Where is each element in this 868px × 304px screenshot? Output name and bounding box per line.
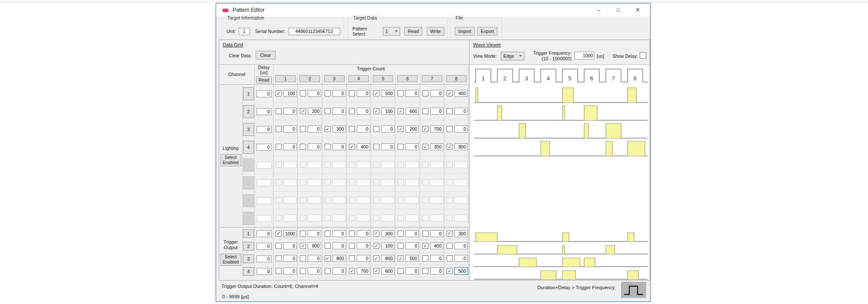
channel-button[interactable]: 2 — [243, 105, 254, 118]
trigger-value-input[interactable] — [405, 230, 419, 237]
trigger-checkbox[interactable] — [325, 268, 331, 274]
trigger-value-input[interactable] — [283, 108, 297, 115]
trigger-checkbox[interactable] — [276, 255, 282, 261]
trigger-checkbox[interactable] — [447, 255, 453, 261]
trigger-count-column-button[interactable]: 4 — [349, 75, 369, 82]
read-delay-button[interactable]: Read — [256, 76, 272, 83]
trigger-checkbox[interactable] — [300, 90, 306, 96]
trigger-checkbox[interactable]: ✓ — [373, 268, 379, 274]
trigger-value-input[interactable] — [430, 90, 444, 97]
channel-button[interactable]: 1 — [243, 87, 254, 100]
trigger-checkbox[interactable] — [447, 108, 453, 114]
trigger-value-input[interactable] — [283, 255, 297, 262]
show-delay-checkbox[interactable] — [640, 52, 646, 59]
trigger-checkbox[interactable]: ✓ — [373, 255, 379, 261]
serial-number-field[interactable] — [288, 28, 340, 35]
trigger-count-column-button[interactable]: 2 — [299, 75, 320, 82]
trigger-value-input[interactable] — [430, 143, 444, 150]
trigger-value-input[interactable] — [283, 90, 297, 97]
trigger-value-input[interactable] — [308, 230, 321, 237]
trigger-value-input[interactable] — [454, 90, 468, 97]
trigger-value-input[interactable] — [405, 143, 419, 150]
trigger-value-input[interactable] — [332, 230, 346, 237]
trigger-checkbox[interactable]: ✓ — [447, 90, 453, 96]
write-button[interactable]: Write — [427, 27, 444, 36]
trigger-checkbox[interactable]: ✓ — [373, 108, 379, 114]
trigger-value-input[interactable] — [454, 268, 468, 274]
trigger-checkbox[interactable] — [300, 144, 306, 150]
trigger-value-input[interactable] — [381, 126, 395, 132]
trigger-checkbox[interactable] — [325, 108, 331, 114]
trigger-checkbox[interactable]: ✓ — [373, 231, 379, 237]
trigger-value-input[interactable] — [308, 90, 321, 97]
delay-input[interactable] — [256, 144, 272, 151]
trigger-value-input[interactable] — [381, 108, 395, 115]
trigger-checkbox[interactable] — [422, 90, 428, 96]
minimize-button[interactable]: – — [589, 3, 608, 17]
trigger-checkbox[interactable] — [349, 255, 355, 261]
trigger-checkbox[interactable] — [349, 108, 355, 114]
trigger-checkbox[interactable] — [276, 108, 282, 114]
trigger-value-input[interactable] — [332, 126, 346, 132]
import-button[interactable]: Import — [455, 27, 475, 36]
trigger-count-column-button[interactable]: 6 — [397, 75, 418, 82]
trigger-value-input[interactable] — [430, 255, 444, 262]
unit-field[interactable] — [239, 28, 250, 35]
trigger-value-input[interactable] — [332, 90, 346, 97]
trigger-checkbox[interactable]: ✓ — [422, 144, 428, 150]
trigger-checkbox[interactable]: ✓ — [398, 126, 404, 132]
trigger-checkbox[interactable] — [422, 255, 428, 261]
trigger-checkbox[interactable] — [325, 90, 331, 96]
trigger-value-input[interactable] — [308, 242, 321, 249]
trigger-value-input[interactable] — [381, 242, 395, 249]
trigger-checkbox[interactable]: ✓ — [447, 231, 453, 237]
trigger-value-input[interactable] — [430, 108, 444, 115]
read-button[interactable]: Read — [404, 27, 422, 36]
delay-input[interactable] — [256, 108, 272, 115]
trigger-checkbox[interactable] — [349, 126, 355, 132]
trigger-value-input[interactable] — [308, 143, 321, 150]
trigger-frequency-field[interactable] — [574, 52, 594, 59]
channel-button[interactable]: 4 — [243, 141, 254, 154]
trigger-checkbox[interactable]: ✓ — [349, 144, 355, 150]
trigger-checkbox[interactable] — [422, 231, 428, 237]
close-button[interactable]: × — [628, 3, 648, 17]
trigger-checkbox[interactable]: ✓ — [276, 90, 282, 96]
delay-input[interactable] — [256, 126, 272, 133]
trigger-value-input[interactable] — [283, 230, 297, 237]
trigger-count-column-button[interactable]: 7 — [422, 75, 442, 82]
trigger-checkbox[interactable] — [325, 243, 331, 249]
trigger-value-input[interactable] — [430, 126, 444, 132]
trigger-value-input[interactable] — [332, 143, 346, 150]
trigger-checkbox[interactable] — [373, 126, 379, 132]
trigger-checkbox[interactable] — [398, 90, 404, 96]
trigger-value-input[interactable] — [308, 255, 321, 262]
trigger-checkbox[interactable] — [349, 243, 355, 249]
trigger-count-column-button[interactable]: 8 — [446, 75, 467, 82]
channel-button[interactable]: 2 — [243, 242, 254, 251]
trigger-value-input[interactable] — [283, 126, 297, 132]
trigger-value-input[interactable] — [405, 90, 419, 97]
trigger-checkbox[interactable] — [373, 144, 379, 150]
trigger-checkbox[interactable]: ✓ — [398, 255, 404, 261]
trigger-checkbox[interactable] — [325, 231, 331, 237]
trigger-value-input[interactable] — [332, 268, 346, 274]
export-button[interactable]: Export — [477, 27, 497, 36]
delay-input[interactable] — [256, 90, 272, 97]
trigger-checkbox[interactable]: ✓ — [373, 90, 379, 96]
trigger-value-input[interactable] — [430, 242, 444, 249]
channel-button[interactable]: 1 — [243, 229, 254, 238]
trigger-checkbox[interactable] — [398, 268, 404, 274]
trigger-value-input[interactable] — [357, 230, 370, 237]
trigger-checkbox[interactable]: ✓ — [398, 108, 404, 114]
trigger-checkbox[interactable] — [398, 243, 404, 249]
trigger-checkbox[interactable] — [398, 144, 404, 150]
trigger-value-input[interactable] — [357, 126, 370, 132]
trigger-value-input[interactable] — [454, 242, 468, 249]
trigger-checkbox[interactable] — [422, 108, 428, 114]
trigger-value-input[interactable] — [454, 108, 468, 115]
trigger-value-input[interactable] — [308, 108, 321, 115]
trigger-checkbox[interactable] — [422, 268, 428, 274]
trigger-value-input[interactable] — [454, 143, 468, 150]
trigger-value-input[interactable] — [454, 255, 468, 262]
